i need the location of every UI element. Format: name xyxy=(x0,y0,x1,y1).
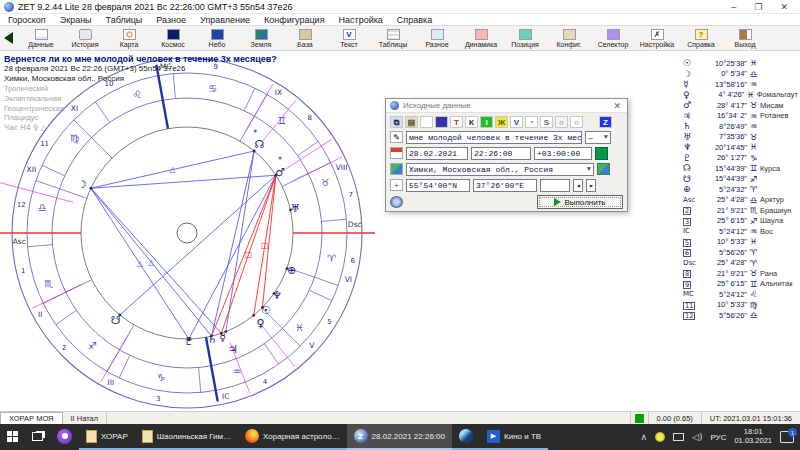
v-icon[interactable]: V xyxy=(510,116,523,128)
date-input[interactable]: 28.02.2021 xyxy=(406,147,468,160)
altitude-input[interactable] xyxy=(540,179,570,192)
toolbar-button-data[interactable]: Данные xyxy=(19,26,63,50)
menu-item-2[interactable]: Таблицы xyxy=(106,15,143,25)
place-combo[interactable]: Химки, Московская обл., Россия▼ xyxy=(406,163,594,176)
tray-expand-icon[interactable]: ∧ xyxy=(640,432,647,442)
t-special-icon[interactable]: Т xyxy=(450,116,463,128)
spin-right-button[interactable]: ▸ xyxy=(586,179,596,192)
menu-item-5[interactable]: Конфигурация xyxy=(264,15,324,25)
point-glyph: ♀ xyxy=(683,90,696,100)
planetary-hour-line: Час Н4 ♀ △ xyxy=(4,123,277,133)
planet-glyph-jupiter: ♃ xyxy=(228,343,238,356)
dialog-titlebar[interactable]: Исходные данные ✕ xyxy=(386,99,627,113)
position-row: ♆20°14'45"♓ xyxy=(683,142,798,153)
paste-icon[interactable]: ▤ xyxy=(405,116,418,128)
toolbar-button-settings[interactable]: ✗Настройка xyxy=(635,26,679,50)
point-glyph: ☊ xyxy=(683,163,697,173)
svg-text:♈: ♈ xyxy=(327,253,336,264)
toolbar-button-history[interactable]: История xyxy=(63,26,107,50)
toolbar-button-config[interactable]: Конфиг. xyxy=(547,26,591,50)
longitude-input[interactable]: 37°26'00"E xyxy=(473,179,537,192)
zodiac-sign-glyph: ♎ xyxy=(747,195,760,205)
toolbar-button-text[interactable]: VТекст xyxy=(327,26,371,50)
chart-tab-natal[interactable]: II Натал xyxy=(63,412,108,424)
volume-icon[interactable]: ◁) xyxy=(692,432,702,442)
dialog-close-icon[interactable]: ✕ xyxy=(613,101,623,111)
toolbar-button-tables[interactable]: Таблицы xyxy=(371,26,415,50)
z-icon[interactable]: Z xyxy=(599,116,612,128)
toolbar-button-base[interactable]: База xyxy=(283,26,327,50)
radio-on-icon[interactable]: ○ xyxy=(570,116,583,128)
back-icon[interactable] xyxy=(4,32,13,44)
menu-item-0[interactable]: Гороскоп xyxy=(8,15,46,25)
spin-left-button[interactable]: ◂ xyxy=(573,179,583,192)
toolbar-button-selector[interactable]: Селектор xyxy=(591,26,635,50)
toolbar-button-cosmos[interactable]: Космос xyxy=(151,26,195,50)
taskbar-app-кино-и-тв[interactable]: ▶Кино и ТВ xyxy=(480,424,548,450)
toolbar-button-sky[interactable]: Небо xyxy=(195,26,239,50)
toolbar-button-misc[interactable]: Разное xyxy=(415,26,459,50)
alice-button[interactable] xyxy=(50,424,79,450)
s-icon[interactable]: S xyxy=(540,116,553,128)
latitude-input[interactable]: 55°54'00"N xyxy=(406,179,470,192)
toolbar-button-map[interactable]: Карта xyxy=(107,26,151,50)
status-ut-clock: UT: 2021.03.01 15:01:36 xyxy=(701,412,800,424)
start-button[interactable] xyxy=(0,424,25,450)
maximize-button[interactable]: ❐ xyxy=(754,2,762,12)
position-row: ♀4° 4'26"♓Фомальгаут xyxy=(683,90,798,101)
globe-icon[interactable] xyxy=(390,196,403,208)
action-center-icon[interactable]: 1 xyxy=(780,431,794,443)
calendar-icon[interactable] xyxy=(390,147,403,159)
toolbar-button-earth[interactable]: Земля xyxy=(239,26,283,50)
toolbar-button-position[interactable]: Позиция xyxy=(503,26,547,50)
radio-off-icon[interactable]: ○ xyxy=(555,116,568,128)
clock-icon[interactable]: ◔ xyxy=(525,116,538,128)
system-tray: ∧ ◁) РУС 18:01 01.03.2021 1 xyxy=(640,424,800,450)
toolbar-button-dynamics[interactable]: Динамика xyxy=(459,26,503,50)
settings-icon: ✗ xyxy=(651,29,664,40)
taskbar-app-28-02-2021-22-26-00[interactable]: Z28.02.2021 22:26:00 xyxy=(347,424,452,450)
timezone-input[interactable]: +03:00:00 xyxy=(534,147,592,160)
display-tray-icon[interactable] xyxy=(673,433,684,441)
coordinates-icon[interactable]: + xyxy=(390,179,403,191)
map-add-icon[interactable] xyxy=(597,163,610,175)
toolbar-button-exit[interactable]: Выход xyxy=(723,26,767,50)
zh-icon[interactable]: Ж xyxy=(495,116,508,128)
point-position: 21° 9'21" xyxy=(697,206,747,215)
close-button[interactable]: ✕ xyxy=(780,2,788,12)
tray-clock[interactable]: 18:01 01.03.2021 xyxy=(734,428,772,445)
k-icon[interactable]: К xyxy=(465,116,478,128)
toolbar-button-help[interactable]: ?Справка xyxy=(679,26,723,50)
taskbar-app-comet[interactable] xyxy=(452,424,480,450)
menu-item-3[interactable]: Разное xyxy=(156,15,186,25)
planet-glyph-snode: ☋ xyxy=(110,314,120,327)
time-input[interactable]: 22:26:00 xyxy=(471,147,531,160)
question-input[interactable]: мне молодой человек в течение 3х месяцев… xyxy=(406,131,582,144)
zodiac-sign-glyph: ♒ xyxy=(747,79,760,89)
taskbar-app-хорарная-астроло-[interactable]: Хорарная астроло… xyxy=(238,424,347,450)
atlas-icon[interactable] xyxy=(390,163,403,175)
menu-item-6[interactable]: Настройка xyxy=(339,15,383,25)
execute-button[interactable]: Выполнить xyxy=(537,195,623,209)
svg-text:VI: VI xyxy=(345,275,352,284)
task-view-button[interactable] xyxy=(25,424,50,450)
event-combo[interactable]: —▼ xyxy=(585,131,611,144)
taskbar-app-шаолиньская-гим-[interactable]: Шаолиньская Гим… xyxy=(135,424,238,450)
copy-icon[interactable]: ⧉ xyxy=(390,116,403,128)
minimize-button[interactable]: – xyxy=(731,2,736,12)
antivirus-tray-icon[interactable] xyxy=(655,432,665,442)
i-icon[interactable]: I xyxy=(480,116,493,128)
menu-item-7[interactable]: Справка xyxy=(397,15,432,25)
new-doc-icon[interactable] xyxy=(420,116,433,128)
position-row: ☽0° 5'34"♎ xyxy=(683,69,798,80)
menu-item-1[interactable]: Экраны xyxy=(60,15,92,25)
edit-question-icon[interactable]: ✎ xyxy=(390,131,403,143)
menu-item-4[interactable]: Управление xyxy=(200,15,250,25)
now-button[interactable] xyxy=(595,147,608,160)
save-icon[interactable] xyxy=(435,116,448,128)
language-indicator[interactable]: РУС xyxy=(710,433,726,442)
taskbar-app-хорар[interactable]: ХОРАР xyxy=(79,424,135,450)
point-glyph: ♃ xyxy=(683,111,697,121)
position-row: ☋15°44'39"♐ xyxy=(683,174,798,185)
chart-tab-horar[interactable]: ХОРАР МОЯ xyxy=(0,412,63,424)
